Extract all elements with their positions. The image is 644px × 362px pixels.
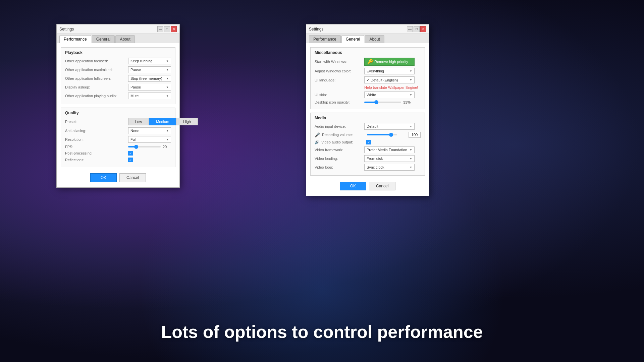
- skin-label: UI skin:: [315, 93, 362, 97]
- fullscreen-dropdown[interactable]: Stop (free memory) ▼: [128, 75, 171, 82]
- framework-dropdown[interactable]: Prefer Media Foundation ▼: [364, 146, 415, 153]
- misc-row-start: Start with Windows: 🔑 Remove high priori…: [315, 58, 421, 66]
- playback-row-fullscreen: Other application fullscreen: Stop (free…: [65, 75, 171, 82]
- maximize-button-1[interactable]: □: [164, 26, 170, 32]
- priority-text: Remove high priority: [374, 60, 408, 64]
- close-button-2[interactable]: ✕: [420, 26, 426, 32]
- audio-input-dropdown[interactable]: Default ▼: [364, 123, 415, 130]
- maximized-dropdown[interactable]: Pause ▼: [128, 66, 171, 73]
- tab-about-2[interactable]: About: [365, 35, 384, 43]
- loop-value: Sync clock: [367, 165, 384, 169]
- audio-input-arrow: ▼: [410, 125, 412, 128]
- recording-slider-track[interactable]: [367, 134, 397, 135]
- misc-row-help: Help translate Wallpaper Engine!: [364, 85, 421, 89]
- language-label: UI language:: [315, 78, 362, 82]
- recording-volume-input[interactable]: [409, 132, 421, 138]
- fullscreen-value: Stop (free memory): [130, 76, 162, 80]
- tab-performance-2[interactable]: Performance: [309, 35, 341, 43]
- fullscreen-arrow: ▼: [166, 77, 169, 80]
- recording-slider-thumb[interactable]: [389, 133, 393, 137]
- antialiasing-value: None: [130, 129, 139, 133]
- fps-slider-thumb[interactable]: [134, 145, 138, 149]
- loading-arrow: ▼: [410, 157, 412, 160]
- antialiasing-label: Anti-aliasing:: [65, 129, 125, 133]
- quality-row-reflections: Reflections:: [65, 158, 171, 162]
- reflections-checkbox[interactable]: [128, 158, 133, 162]
- minimize-button-2[interactable]: —: [407, 26, 413, 32]
- ok-button-1[interactable]: OK: [90, 173, 117, 182]
- help-link[interactable]: Help translate Wallpaper Engine!: [364, 85, 418, 89]
- audio-dropdown[interactable]: Mute ▼: [128, 93, 171, 99]
- maximized-label: Other application maximized:: [65, 68, 125, 72]
- fullscreen-label: Other application fullscreen:: [65, 76, 125, 80]
- preset-high[interactable]: High: [176, 118, 198, 125]
- tab-general-2[interactable]: General: [341, 35, 365, 43]
- resolution-value: Full: [130, 137, 137, 141]
- playback-row-focused: Other application focused: Keep running …: [65, 58, 171, 64]
- language-dropdown[interactable]: ✓ Default (English) ▼: [364, 76, 415, 83]
- tabs-1: Performance General About: [57, 34, 179, 43]
- antialiasing-arrow: ▼: [166, 129, 169, 132]
- cancel-button-2[interactable]: Cancel: [369, 182, 395, 190]
- focused-value: Keep running: [130, 59, 152, 63]
- close-button-1[interactable]: ✕: [171, 26, 177, 32]
- media-row-framework: Video framework: Prefer Media Foundation…: [315, 146, 421, 153]
- opacity-value: 33%: [403, 100, 412, 104]
- display-dropdown[interactable]: Pause ▼: [128, 84, 171, 90]
- opacity-slider-thumb[interactable]: [374, 100, 378, 104]
- preset-medium[interactable]: Medium: [149, 118, 176, 125]
- priority-icon: 🔑: [367, 59, 373, 64]
- fps-label: FPS:: [65, 145, 125, 149]
- settings-window-2: Settings — □ ✕ Performance General About…: [306, 24, 429, 196]
- tabs-2: Performance General About: [306, 34, 429, 43]
- minimize-button-1[interactable]: —: [157, 26, 163, 32]
- opacity-slider-track[interactable]: [364, 102, 401, 103]
- focused-dropdown[interactable]: Keep running ▼: [128, 58, 171, 64]
- display-label: Display asleep:: [65, 85, 125, 89]
- loading-value: From disk: [367, 157, 383, 161]
- antialiasing-dropdown[interactable]: None ▼: [128, 127, 171, 134]
- postprocessing-checkbox[interactable]: [128, 151, 133, 156]
- cancel-button-1[interactable]: Cancel: [119, 173, 146, 182]
- resolution-dropdown[interactable]: Full ▼: [128, 136, 171, 143]
- media-row-audio-input: Audio input device: Default ▼: [315, 123, 421, 130]
- maximized-value: Pause: [130, 68, 141, 72]
- settings-window-1: Settings — □ ✕ Performance General About…: [56, 24, 180, 188]
- bottom-text: Lots of options to control performance: [0, 322, 644, 342]
- color-value: Everything: [367, 69, 384, 73]
- lang-icon: ✓: [367, 78, 370, 82]
- color-dropdown[interactable]: Everything ▼: [364, 68, 415, 74]
- color-label: Adjust Windows color:: [315, 69, 362, 73]
- titlebar-2: Settings — □ ✕: [306, 24, 429, 34]
- media-row-loop: Video loop: Sync clock ▼: [315, 164, 421, 171]
- start-windows-label: Start with Windows:: [315, 60, 362, 64]
- preset-label: Preset:: [65, 120, 125, 124]
- fps-slider-track[interactable]: [128, 146, 161, 147]
- framework-value: Prefer Media Foundation: [367, 148, 407, 152]
- display-value: Pause: [130, 85, 141, 89]
- video-audio-checkbox[interactable]: [366, 140, 371, 144]
- maximize-button-2[interactable]: □: [414, 26, 420, 32]
- playback-section: Playback Other application focused: Keep…: [61, 47, 175, 104]
- tab-performance-1[interactable]: Performance: [59, 35, 91, 43]
- recording-slider-fill: [367, 134, 391, 135]
- preset-low[interactable]: Low: [128, 118, 149, 125]
- audio-input-label: Audio input device:: [315, 124, 362, 128]
- loop-dropdown[interactable]: Sync clock ▼: [364, 164, 415, 171]
- resolution-arrow: ▼: [166, 138, 169, 141]
- media-row-video-audio: 🔊 Video audio output:: [315, 140, 421, 144]
- tab-about-1[interactable]: About: [115, 35, 135, 43]
- playback-row-audio: Other application playing audio: Mute ▼: [65, 93, 171, 99]
- opacity-label: Desktop icon opacity:: [315, 100, 362, 104]
- tab-general-1[interactable]: General: [92, 35, 115, 43]
- ok-button-2[interactable]: OK: [340, 182, 366, 190]
- language-arrow: ▼: [410, 78, 412, 81]
- fps-value: 20: [163, 145, 171, 149]
- framework-arrow: ▼: [410, 148, 412, 152]
- misc-row-color: Adjust Windows color: Everything ▼: [315, 68, 421, 74]
- skin-dropdown[interactable]: White ▼: [364, 92, 415, 98]
- priority-button[interactable]: 🔑 Remove high priority: [364, 58, 415, 66]
- loading-dropdown[interactable]: From disk ▼: [364, 155, 415, 162]
- video-icon: 🔊: [315, 140, 319, 144]
- focused-label: Other application focused:: [65, 59, 125, 63]
